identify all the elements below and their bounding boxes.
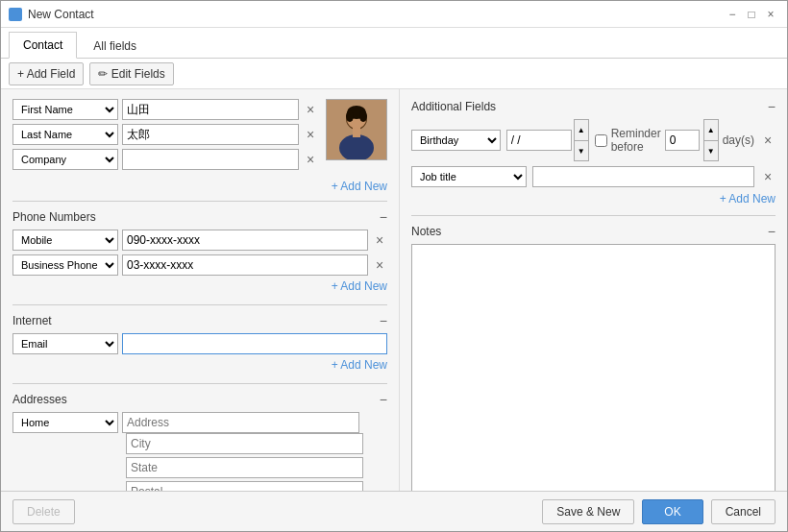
birthday-date-input[interactable] xyxy=(506,130,572,151)
business-phone-row: Business Phone × xyxy=(12,254,387,276)
tab-bar: Contact All fields xyxy=(1,28,787,59)
name-add-new-row: + Add New xyxy=(12,180,387,193)
birthday-type-select[interactable]: Birthday xyxy=(411,130,501,151)
svg-point-6 xyxy=(346,110,354,122)
internet-add-new-link[interactable]: + Add New xyxy=(332,358,387,372)
app-icon xyxy=(9,8,22,21)
date-up-button[interactable]: ▲ xyxy=(574,119,589,140)
mobile-type-select[interactable]: Mobile xyxy=(12,230,118,251)
birthday-row: Birthday ▲ ▼ Reminder before xyxy=(411,119,776,161)
first-name-row: First Name × xyxy=(12,99,318,120)
toolbar: + Add Field ✏ Edit Fields xyxy=(1,59,787,89)
addresses-collapse-button[interactable]: − xyxy=(380,392,387,407)
business-phone-input[interactable] xyxy=(122,254,368,276)
internet-section: Internet − Email + Add New xyxy=(12,313,387,372)
job-title-row: Job title × xyxy=(411,166,776,187)
tab-contact[interactable]: Contact xyxy=(9,32,77,59)
date-spinner: ▲ ▼ xyxy=(574,119,589,161)
company-input[interactable] xyxy=(122,149,299,170)
footer-left: Delete xyxy=(12,499,75,524)
close-button[interactable]: × xyxy=(762,6,779,23)
birthday-remove-button[interactable]: × xyxy=(760,133,776,148)
mobile-row: Mobile × xyxy=(12,230,387,251)
last-name-remove-button[interactable]: × xyxy=(303,127,318,142)
additional-fields-section: Additional Fields − Birthday ▲ ▼ xyxy=(411,99,776,206)
email-type-select[interactable]: Email xyxy=(12,333,118,354)
email-row: Email xyxy=(12,333,387,354)
window-title: New Contact xyxy=(28,8,724,21)
edit-fields-button[interactable]: ✏ Edit Fields xyxy=(89,62,173,85)
phone-section: Phone Numbers − Mobile × Business Phone … xyxy=(12,209,387,293)
city-input[interactable] xyxy=(126,433,363,454)
reminder-checkbox[interactable] xyxy=(595,134,607,147)
additional-add-new-link[interactable]: + Add New xyxy=(720,192,776,206)
reminder-days-input[interactable] xyxy=(665,130,700,151)
address-type-row: Home xyxy=(12,412,387,433)
job-title-input[interactable] xyxy=(532,166,754,187)
additional-fields-collapse-button[interactable]: − xyxy=(768,99,776,114)
company-row: Company × xyxy=(12,149,318,170)
address-stack xyxy=(126,433,387,491)
notes-section-label: Notes xyxy=(411,225,441,238)
maximize-button[interactable]: □ xyxy=(743,6,760,23)
tab-all-fields[interactable]: All fields xyxy=(79,33,151,59)
internet-collapse-button[interactable]: − xyxy=(380,313,387,328)
cancel-button[interactable]: Cancel xyxy=(711,499,776,524)
svg-point-7 xyxy=(359,110,367,122)
job-title-remove-button[interactable]: × xyxy=(760,169,776,184)
ok-button[interactable]: OK xyxy=(642,499,702,524)
notes-section-header: Notes − xyxy=(411,224,776,239)
contact-photo-svg xyxy=(327,100,386,159)
first-name-input[interactable] xyxy=(122,99,299,120)
internet-add-new-row: + Add New xyxy=(12,358,387,372)
first-name-remove-button[interactable]: × xyxy=(303,102,318,117)
mobile-remove-button[interactable]: × xyxy=(372,232,387,248)
days-label: day(s) xyxy=(723,133,754,147)
business-phone-remove-button[interactable]: × xyxy=(372,257,387,273)
notes-collapse-button[interactable]: − xyxy=(768,224,776,239)
company-remove-button[interactable]: × xyxy=(303,152,318,167)
addresses-section: Addresses − Home + Add New xyxy=(12,392,387,491)
reminder-row: Reminder before ▲ ▼ day(s) xyxy=(595,119,754,161)
postal-input[interactable] xyxy=(126,481,363,491)
email-input[interactable] xyxy=(122,333,387,354)
notes-section: Notes − xyxy=(411,224,776,491)
last-name-row: Last Name × xyxy=(12,124,318,145)
last-name-type-select[interactable]: Last Name xyxy=(12,124,118,145)
phone-add-new-link[interactable]: + Add New xyxy=(332,279,387,293)
delete-button[interactable]: Delete xyxy=(12,499,75,524)
contact-photo[interactable] xyxy=(326,99,387,160)
reminder-up-button[interactable]: ▲ xyxy=(703,119,719,140)
address-input[interactable] xyxy=(122,412,359,433)
footer-right: Save & New OK Cancel xyxy=(542,499,776,524)
add-field-button[interactable]: + Add Field xyxy=(9,62,84,85)
date-down-button[interactable]: ▼ xyxy=(574,140,589,161)
state-input[interactable] xyxy=(126,457,363,478)
footer: Delete Save & New OK Cancel xyxy=(1,491,787,531)
additional-add-new-row: + Add New xyxy=(411,192,776,206)
last-name-input[interactable] xyxy=(122,124,299,145)
title-bar: New Contact − □ × xyxy=(1,1,787,28)
reminder-down-button[interactable]: ▼ xyxy=(703,140,719,161)
reminder-label: Reminder before xyxy=(611,127,661,154)
job-title-type-select[interactable]: Job title xyxy=(411,166,527,187)
birthday-date-field: ▲ ▼ xyxy=(506,119,589,161)
internet-section-header: Internet − xyxy=(12,313,387,328)
company-type-select[interactable]: Company xyxy=(12,149,118,170)
mobile-input[interactable] xyxy=(122,230,368,251)
right-panel: Additional Fields − Birthday ▲ ▼ xyxy=(400,89,787,491)
phone-section-header: Phone Numbers − xyxy=(12,209,387,225)
phone-collapse-button[interactable]: − xyxy=(380,209,387,225)
additional-fields-header: Additional Fields − xyxy=(411,99,776,114)
first-name-type-select[interactable]: First Name xyxy=(12,99,118,120)
name-add-new-link[interactable]: + Add New xyxy=(332,180,387,193)
business-phone-type-select[interactable]: Business Phone xyxy=(12,254,118,276)
addresses-section-label: Addresses xyxy=(12,393,67,406)
content-area: First Name × Last Name × xyxy=(1,89,787,491)
minimize-button[interactable]: − xyxy=(724,6,741,23)
address-type-select[interactable]: Home xyxy=(12,412,118,433)
left-panel: First Name × Last Name × xyxy=(1,89,400,491)
save-new-button[interactable]: Save & New xyxy=(542,499,634,524)
notes-textarea[interactable] xyxy=(411,244,776,491)
internet-section-label: Internet xyxy=(12,314,52,327)
